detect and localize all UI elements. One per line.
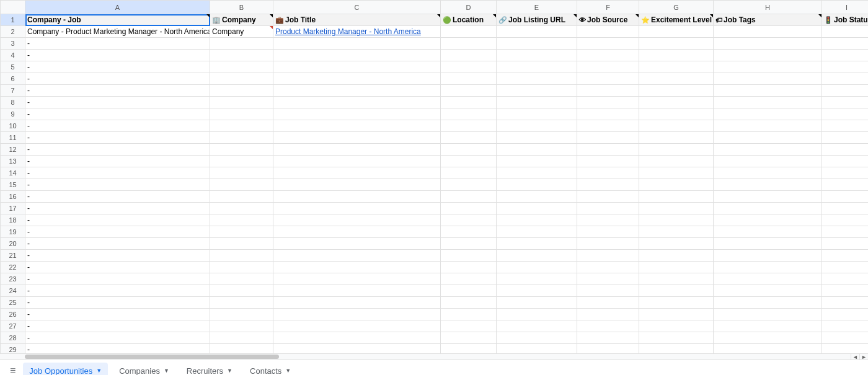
cell-G6[interactable] — [639, 73, 714, 85]
cell-I9[interactable] — [822, 108, 869, 120]
row-header-18[interactable]: 18 — [1, 214, 25, 226]
cell-H14[interactable] — [714, 167, 822, 179]
cell-G18[interactable] — [639, 214, 714, 226]
chevron-down-icon[interactable]: ▼ — [164, 368, 169, 374]
cell-F4[interactable] — [577, 50, 639, 61]
cell-B24[interactable] — [210, 285, 273, 297]
cell-C6[interactable] — [273, 73, 441, 85]
cell-F17[interactable] — [577, 203, 639, 214]
cell-D19[interactable] — [441, 226, 497, 238]
cell-C29[interactable] — [273, 344, 441, 354]
cell-H24[interactable] — [714, 285, 822, 297]
cell-A28[interactable]: - — [25, 332, 210, 344]
cell-I6[interactable] — [822, 73, 869, 85]
cell-I15[interactable] — [822, 179, 869, 191]
cell-H3[interactable] — [714, 38, 822, 50]
cell-F3[interactable] — [577, 38, 639, 50]
cell-E11[interactable] — [497, 132, 577, 144]
row-header-21[interactable]: 21 — [1, 250, 25, 262]
cell-G15[interactable] — [639, 179, 714, 191]
cell-E10[interactable] — [497, 120, 577, 132]
cell-A2[interactable]: Company - Product Marketing Manager - No… — [25, 26, 210, 38]
cell-F2[interactable] — [577, 26, 639, 38]
cell-I23[interactable] — [822, 273, 869, 285]
cell-H4[interactable] — [714, 50, 822, 61]
sheet-tab-contacts[interactable]: Contacts▼ — [244, 363, 297, 376]
cell-A15[interactable]: - — [25, 179, 210, 191]
row-header-28[interactable]: 28 — [1, 332, 25, 344]
cell-C18[interactable] — [273, 214, 441, 226]
cell-H11[interactable] — [714, 132, 822, 144]
cell-B26[interactable] — [210, 309, 273, 320]
cell-C12[interactable] — [273, 144, 441, 156]
cell-C26[interactable] — [273, 309, 441, 320]
row-header-23[interactable]: 23 — [1, 273, 25, 285]
cell-G23[interactable] — [639, 273, 714, 285]
cell-G22[interactable] — [639, 262, 714, 273]
cell-F27[interactable] — [577, 320, 639, 332]
cell-D16[interactable] — [441, 191, 497, 203]
row-header-22[interactable]: 22 — [1, 262, 25, 273]
cell-B1[interactable]: 🏢Company — [210, 14, 273, 26]
cell-G16[interactable] — [639, 191, 714, 203]
cell-D20[interactable] — [441, 238, 497, 250]
cell-G11[interactable] — [639, 132, 714, 144]
cell-B27[interactable] — [210, 320, 273, 332]
row-header-20[interactable]: 20 — [1, 238, 25, 250]
cell-E27[interactable] — [497, 320, 577, 332]
cell-D23[interactable] — [441, 273, 497, 285]
cell-A10[interactable]: - — [25, 120, 210, 132]
row-header-25[interactable]: 25 — [1, 297, 25, 309]
cell-A17[interactable]: - — [25, 203, 210, 214]
cell-H13[interactable] — [714, 156, 822, 167]
cell-D13[interactable] — [441, 156, 497, 167]
chevron-down-icon[interactable]: ▼ — [96, 368, 102, 374]
col-header-C[interactable]: C — [273, 1, 441, 14]
cell-F18[interactable] — [577, 214, 639, 226]
col-header-B[interactable]: B — [210, 1, 273, 14]
cell-F8[interactable] — [577, 97, 639, 108]
cell-E5[interactable] — [497, 61, 577, 73]
cell-C27[interactable] — [273, 320, 441, 332]
cell-H7[interactable] — [714, 85, 822, 97]
cell-E23[interactable] — [497, 273, 577, 285]
cell-E6[interactable] — [497, 73, 577, 85]
cell-B16[interactable] — [210, 191, 273, 203]
cell-I27[interactable] — [822, 320, 869, 332]
row-header-2[interactable]: 2 — [1, 26, 25, 38]
cell-E29[interactable] — [497, 344, 577, 354]
cell-G19[interactable] — [639, 226, 714, 238]
cell-B13[interactable] — [210, 156, 273, 167]
cell-I26[interactable] — [822, 309, 869, 320]
cell-I19[interactable] — [822, 226, 869, 238]
row-header-13[interactable]: 13 — [1, 156, 25, 167]
cell-E17[interactable] — [497, 203, 577, 214]
cell-A4[interactable]: - — [25, 50, 210, 61]
cell-D4[interactable] — [441, 50, 497, 61]
row-header-10[interactable]: 10 — [1, 120, 25, 132]
cell-D25[interactable] — [441, 297, 497, 309]
job-title-link[interactable]: Product Marketing Manager - North Americ… — [275, 27, 421, 36]
cell-E14[interactable] — [497, 167, 577, 179]
cell-H29[interactable] — [714, 344, 822, 354]
cell-G29[interactable] — [639, 344, 714, 354]
cell-C11[interactable] — [273, 132, 441, 144]
cell-H10[interactable] — [714, 120, 822, 132]
cell-A8[interactable]: - — [25, 97, 210, 108]
cell-F13[interactable] — [577, 156, 639, 167]
cell-A27[interactable]: - — [25, 320, 210, 332]
cell-E15[interactable] — [497, 179, 577, 191]
cell-D21[interactable] — [441, 250, 497, 262]
cell-B10[interactable] — [210, 120, 273, 132]
row-header-24[interactable]: 24 — [1, 285, 25, 297]
cell-F12[interactable] — [577, 144, 639, 156]
cell-A26[interactable]: - — [25, 309, 210, 320]
col-header-I[interactable]: I — [822, 1, 869, 14]
cell-E16[interactable] — [497, 191, 577, 203]
cell-B22[interactable] — [210, 262, 273, 273]
cell-D29[interactable] — [441, 344, 497, 354]
cell-B15[interactable] — [210, 179, 273, 191]
cell-H27[interactable] — [714, 320, 822, 332]
cell-F10[interactable] — [577, 120, 639, 132]
cell-H28[interactable] — [714, 332, 822, 344]
